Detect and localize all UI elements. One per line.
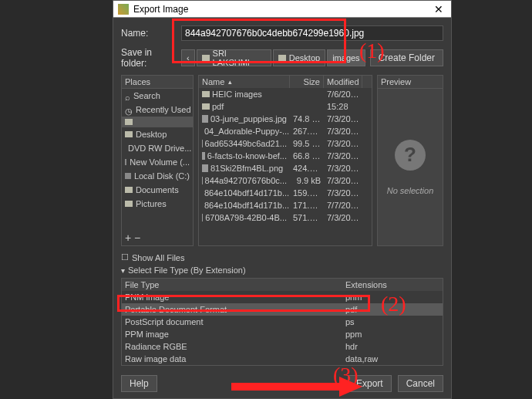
folder-icon (125, 201, 133, 207)
file-type-table: File Type Extensions PNM imagepnmPortabl… (121, 278, 443, 366)
file-modified: 15:28 (324, 102, 362, 111)
places-item[interactable]: Desktop (122, 127, 193, 141)
places-item-label: Documents (136, 185, 179, 194)
file-size (290, 102, 324, 111)
checkbox-icon: ☐ (121, 252, 129, 262)
file-row[interactable]: HEIC images7/6/2021 (199, 88, 372, 100)
file-modified: 7/7/2021 (324, 201, 362, 210)
folder-icon (125, 187, 133, 193)
file-name: 04_Adorable-Puppy-... (204, 127, 289, 136)
folder-icon (125, 131, 133, 137)
file-row[interactable]: 6708A798-42B0-4B...571.2 kB7/3/2021 (199, 211, 372, 224)
file-icon (202, 177, 203, 184)
file-name: 6-facts-to-know-bef... (207, 151, 287, 161)
file-size: 571.2 kB (290, 213, 324, 222)
file-modified: 7/3/2021 (324, 127, 362, 136)
places-header[interactable]: Places (122, 76, 193, 89)
filetype-name: Portable Document Format (122, 305, 342, 314)
filetype-ext: data,raw (342, 354, 381, 363)
file-size: 267.6 kB (290, 127, 324, 136)
file-name: 6708A798-42B0-4B... (205, 213, 287, 222)
filetype-ext: hdr (342, 342, 361, 351)
filename-input[interactable] (181, 25, 443, 41)
filetype-ext: pdf (342, 305, 360, 314)
export-dialog: Export Image ✕ Name: Save in folder: ‹ S… (113, 0, 452, 399)
file-icon (202, 115, 208, 123)
filetype-row[interactable]: Raw image datadata,raw (122, 353, 443, 365)
export-button[interactable]: Export (348, 375, 392, 392)
places-item[interactable]: ⌕Search (122, 89, 193, 103)
filetype-ext: pnm (342, 292, 365, 302)
places-item[interactable]: Local Disk (C:) (122, 169, 193, 183)
titlebar: Export Image ✕ (113, 1, 451, 18)
file-row[interactable]: 04_Adorable-Puppy-...267.6 kB7/3/2021 (199, 125, 372, 137)
file-row[interactable]: pdf15:28 (199, 100, 372, 113)
select-file-type-expander[interactable]: ▾ Select File Type (By Extension) (121, 264, 443, 276)
file-row[interactable]: 864e104bdf14d171b...171.7 kB7/7/2021 (199, 199, 372, 211)
file-row[interactable]: 6-facts-to-know-bef...66.8 kB7/3/2021 (199, 150, 372, 162)
file-row[interactable]: 81Ski2Bfm4BL.png424.7 kB7/3/2021 (199, 162, 372, 174)
places-add-button[interactable]: + (125, 232, 131, 244)
places-item[interactable] (122, 117, 193, 127)
help-button[interactable]: Help (121, 375, 157, 392)
drive-icon (125, 159, 126, 165)
file-name: 864e104bdf14d171b... (204, 201, 289, 210)
file-size: 9.9 kB (290, 176, 324, 185)
file-modified: 7/3/2021 (324, 176, 362, 185)
column-name-header[interactable]: Name▴ (199, 76, 290, 88)
breadcrumb-item[interactable]: images (327, 49, 365, 66)
places-item[interactable]: DVD RW Drive... (122, 141, 193, 155)
breadcrumb-item[interactable]: SRI LAKSHMI (197, 49, 271, 66)
places-item[interactable]: New Volume (... (122, 155, 193, 169)
filetype-name: Raw image data (122, 354, 342, 363)
filetype-ext-header[interactable]: Extensions (342, 279, 390, 291)
file-modified: 7/6/2021 (324, 90, 362, 99)
file-size: 424.7 kB (290, 164, 324, 173)
column-modified-header[interactable]: Modified (324, 76, 362, 88)
filetype-name: PPM image (122, 330, 342, 339)
breadcrumb-back[interactable]: ‹ (181, 49, 195, 66)
create-folder-button[interactable]: Create Folder (370, 49, 443, 66)
filetype-row[interactable]: Radiance RGBEhdr (122, 340, 443, 353)
close-icon[interactable]: ✕ (431, 3, 446, 15)
places-item-label: Recently Used (136, 105, 191, 114)
file-name: 844a942707676b0c... (205, 176, 287, 185)
question-icon: ? (395, 140, 426, 171)
filetype-name-header[interactable]: File Type (122, 279, 342, 291)
gimp-icon (118, 4, 129, 15)
file-icon (202, 140, 203, 147)
file-row[interactable]: 6ad653449bc6ad21...99.5 kB7/3/2021 (199, 137, 372, 150)
filetype-row[interactable]: PNM imagepnm (122, 291, 443, 303)
filetype-row[interactable]: PPM imageppm (122, 328, 443, 340)
folder-icon (202, 55, 210, 61)
column-size-header[interactable]: Size (290, 76, 324, 88)
cancel-button[interactable]: Cancel (398, 375, 443, 392)
file-modified: 7/3/2021 (324, 114, 362, 123)
show-all-files-checkbox[interactable]: ☐ Show All Files (121, 251, 443, 264)
filetype-row[interactable]: Portable Document Formatpdf (122, 303, 443, 316)
places-item-label: DVD RW Drive... (128, 144, 191, 153)
file-size: 74.8 kB (290, 114, 324, 123)
filetype-name: PostScript document (122, 317, 342, 326)
filetype-row[interactable]: PostScript documentps (122, 316, 443, 328)
sort-arrow-icon: ▴ (228, 78, 232, 86)
places-item[interactable]: Pictures (122, 197, 193, 211)
file-modified: 7/3/2021 (324, 139, 362, 148)
places-item-label: New Volume (... (130, 157, 190, 167)
file-name: 03-june_puppies.jpg (210, 114, 287, 123)
places-item-label: Local Disk (C:) (134, 171, 190, 181)
file-row[interactable]: 03-june_puppies.jpg74.8 kB7/3/2021 (199, 113, 372, 125)
places-item[interactable]: ◷Recently Used (122, 103, 193, 117)
places-item[interactable]: Documents (122, 183, 193, 197)
file-row[interactable]: 864e104bdf14d171b...159.0 kB7/3/2021 (199, 187, 372, 199)
file-modified: 7/3/2021 (324, 164, 362, 173)
filetype-ext: ps (342, 317, 358, 326)
breadcrumb-item[interactable]: Desktop (273, 49, 325, 66)
places-remove-button[interactable]: − (134, 232, 140, 244)
file-size (290, 90, 324, 99)
file-icon (202, 214, 203, 221)
file-row[interactable]: 844a942707676b0c...9.9 kB7/3/2021 (199, 174, 372, 187)
file-size: 99.5 kB (290, 139, 324, 148)
file-name: HEIC images (212, 90, 262, 99)
file-size: 66.8 kB (290, 151, 324, 161)
